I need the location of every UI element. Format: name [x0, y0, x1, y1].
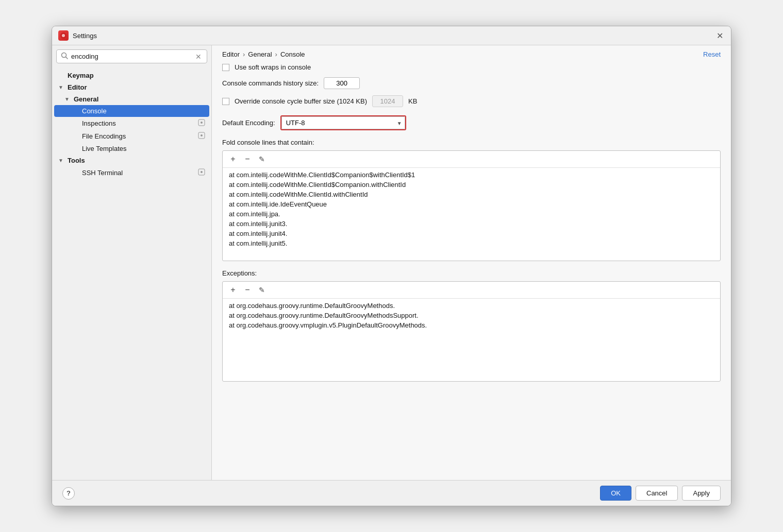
- list-item[interactable]: at com.intellij.junit3.: [223, 219, 720, 229]
- soft-wraps-row: Use soft wraps in console: [222, 63, 721, 71]
- sidebar-item-keymap[interactable]: Keymap: [52, 70, 211, 81]
- sidebar-item-inspections[interactable]: Inspections: [52, 117, 211, 130]
- list-item[interactable]: at com.intellij.junit5.: [223, 238, 720, 248]
- settings-icon-inspections: [198, 119, 205, 128]
- dialog-title: Settings: [73, 32, 97, 40]
- title-bar: Settings ✕: [52, 26, 731, 45]
- chevron-icon: ▼: [58, 158, 64, 163]
- list-item[interactable]: at com.intellij.codeWithMe.ClientId$Comp…: [223, 170, 720, 180]
- sidebar-item-label: Console: [82, 107, 107, 115]
- encoding-select[interactable]: UTF-8 UTF-16 ISO-8859-1 US-ASCII windows…: [281, 116, 405, 129]
- sidebar-tree: Keymap ▼ Editor ▼ General Console: [52, 67, 211, 480]
- breadcrumb-sep-2: ›: [275, 50, 277, 58]
- buffer-input[interactable]: [372, 95, 403, 107]
- kb-unit-label: KB: [408, 97, 417, 105]
- sidebar-item-file-encodings[interactable]: File Encodings: [52, 130, 211, 143]
- list-item[interactable]: at org.codehaus.groovy.runtime.DefaultGr…: [223, 311, 720, 320]
- dialog-body: ✕ Keymap ▼ Editor ▼ General: [52, 45, 731, 480]
- fold-edit-button[interactable]: ✎: [256, 153, 268, 165]
- fold-add-button[interactable]: +: [227, 153, 239, 165]
- breadcrumb-console: Console: [280, 50, 305, 58]
- list-item[interactable]: at com.intellij.ide.IdeEventQueue: [223, 199, 720, 209]
- list-item[interactable]: at com.intellij.codeWithMe.ClientId$Comp…: [223, 180, 720, 190]
- sidebar-item-live-templates[interactable]: Live Templates: [52, 143, 211, 155]
- clear-search-button[interactable]: ✕: [194, 53, 203, 61]
- search-input[interactable]: [71, 53, 191, 60]
- chevron-icon: ▼: [64, 96, 71, 102]
- sidebar-item-label: File Encodings: [82, 132, 126, 140]
- breadcrumb-editor: Editor: [222, 50, 240, 58]
- exceptions-toolbar: + − ✎: [223, 282, 720, 299]
- settings-icon-encodings: [198, 132, 205, 141]
- sidebar-item-label: Inspections: [82, 119, 116, 127]
- settings-dialog: Settings ✕ ✕ Keymap: [52, 26, 731, 506]
- svg-point-7: [201, 134, 203, 136]
- svg-point-5: [201, 122, 203, 124]
- exceptions-list: at org.codehaus.groovy.runtime.DefaultGr…: [223, 299, 720, 381]
- breadcrumb: Editor › General › Console: [222, 50, 305, 58]
- sidebar-item-editor[interactable]: ▼ Editor: [52, 81, 211, 93]
- sidebar: ✕ Keymap ▼ Editor ▼ General: [52, 45, 212, 480]
- list-item[interactable]: at org.codehaus.groovy.vmplugin.v5.Plugi…: [223, 320, 720, 330]
- dialog-footer: ? OK Cancel Apply: [52, 480, 731, 506]
- sidebar-item-tools[interactable]: ▼ Tools: [52, 155, 211, 166]
- sidebar-item-label: Tools: [68, 157, 85, 164]
- fold-toolbar: + − ✎: [223, 151, 720, 168]
- list-item[interactable]: at com.intellij.codeWithMe.ClientId.with…: [223, 190, 720, 199]
- breadcrumb-sep-1: ›: [243, 50, 245, 58]
- chevron-icon: ▼: [58, 84, 64, 90]
- history-row: Console commands history size:: [222, 77, 721, 89]
- svg-line-3: [66, 57, 68, 59]
- sidebar-item-label: Keymap: [68, 72, 94, 79]
- exceptions-edit-button[interactable]: ✎: [256, 284, 268, 296]
- content-area: Use soft wraps in console Console comman…: [212, 63, 731, 480]
- exceptions-add-button[interactable]: +: [227, 284, 239, 296]
- sidebar-item-label: Live Templates: [82, 145, 126, 152]
- buffer-row: Override console cycle buffer size (1024…: [222, 95, 721, 107]
- fold-label: Fold console lines that contain:: [222, 139, 721, 146]
- svg-point-1: [62, 34, 65, 37]
- svg-point-9: [201, 171, 203, 173]
- encoding-select-wrapper: UTF-8 UTF-16 ISO-8859-1 US-ASCII windows…: [280, 115, 406, 130]
- history-label: Console commands history size:: [222, 79, 319, 87]
- sidebar-item-label: General: [74, 95, 98, 103]
- breadcrumb-general: General: [248, 50, 272, 58]
- app-icon: [58, 30, 69, 41]
- soft-wraps-label[interactable]: Use soft wraps in console: [235, 63, 311, 71]
- reset-link[interactable]: Reset: [703, 50, 721, 58]
- close-button[interactable]: ✕: [714, 30, 725, 41]
- soft-wraps-checkbox[interactable]: [222, 64, 229, 71]
- encoding-select-container: UTF-8 UTF-16 ISO-8859-1 US-ASCII windows…: [281, 116, 405, 129]
- search-box: ✕: [56, 49, 207, 63]
- cancel-button[interactable]: Cancel: [636, 486, 678, 501]
- buffer-checkbox[interactable]: [222, 98, 229, 105]
- exceptions-panel: + − ✎ at org.codehaus.groovy.runtime.Def…: [222, 281, 721, 382]
- sidebar-item-console[interactable]: Console: [54, 105, 209, 117]
- encoding-label: Default Encoding:: [222, 119, 275, 127]
- search-icon: [61, 52, 68, 61]
- list-item[interactable]: at com.intellij.jpa.: [223, 209, 720, 219]
- exceptions-label: Exceptions:: [222, 269, 721, 277]
- fold-remove-button[interactable]: −: [241, 153, 254, 165]
- sidebar-item-general[interactable]: ▼ General: [52, 93, 211, 105]
- footer-buttons: OK Cancel Apply: [600, 486, 721, 501]
- help-button[interactable]: ?: [62, 487, 75, 500]
- footer-left: ?: [62, 487, 75, 500]
- list-item[interactable]: at org.codehaus.groovy.runtime.DefaultGr…: [223, 301, 720, 311]
- settings-icon-ssh: [198, 168, 205, 177]
- buffer-label[interactable]: Override console cycle buffer size (1024…: [235, 97, 367, 105]
- fold-lines-panel: + − ✎ at com.intellij.codeWithMe.ClientI…: [222, 150, 721, 261]
- title-bar-left: Settings: [58, 30, 97, 41]
- main-content: Editor › General › Console Reset Use sof…: [212, 45, 731, 480]
- history-input[interactable]: [324, 77, 360, 89]
- exceptions-remove-button[interactable]: −: [241, 284, 254, 296]
- sidebar-item-label: SSH Terminal: [82, 169, 123, 177]
- ok-button[interactable]: OK: [600, 486, 631, 501]
- sidebar-item-ssh-terminal[interactable]: SSH Terminal: [52, 166, 211, 179]
- breadcrumb-bar: Editor › General › Console Reset: [212, 45, 731, 63]
- fold-lines-list: at com.intellij.codeWithMe.ClientId$Comp…: [223, 168, 720, 261]
- apply-button[interactable]: Apply: [682, 486, 721, 501]
- list-item[interactable]: at com.intellij.junit4.: [223, 229, 720, 238]
- encoding-row: Default Encoding: UTF-8 UTF-16 ISO-8859-…: [222, 115, 721, 130]
- sidebar-item-label: Editor: [68, 83, 87, 91]
